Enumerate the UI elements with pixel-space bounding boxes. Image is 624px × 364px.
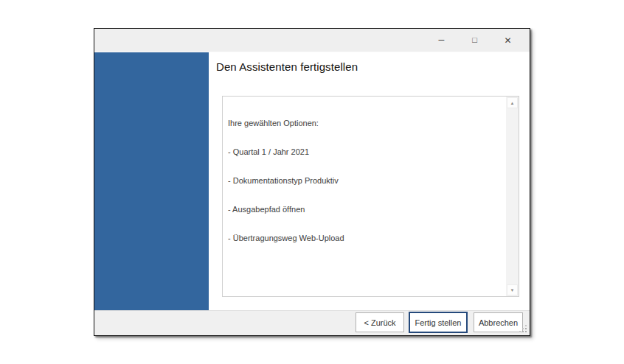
- scroll-down-icon: ▼: [510, 288, 515, 293]
- cancel-button[interactable]: Abbrechen: [474, 312, 523, 332]
- summary-line: - Dokumentationstyp Produktiv: [228, 176, 501, 186]
- scroll-down-button[interactable]: ▼: [507, 284, 518, 295]
- scroll-up-button[interactable]: ▲: [507, 97, 518, 108]
- page-title: Den Assistenten fertigstellen: [216, 60, 358, 73]
- summary-line: - Übertragungsweg Web-Upload: [228, 234, 501, 243]
- summary-textbox[interactable]: Ihre gewählten Optionen: - Quartal 1 / J…: [222, 96, 519, 297]
- desktop-background: – □ ✕ Den Assistenten fertigstellen Ihre…: [0, 0, 624, 364]
- maximize-icon: □: [472, 36, 477, 44]
- back-button[interactable]: < Zurück: [356, 312, 404, 332]
- wizard-banner-panel: [94, 52, 209, 311]
- titlebar[interactable]: – □ ✕: [94, 29, 530, 52]
- wizard-dialog: – □ ✕ Den Assistenten fertigstellen Ihre…: [94, 28, 530, 336]
- minimize-button[interactable]: –: [425, 29, 458, 52]
- scrollbar-track[interactable]: [507, 109, 518, 284]
- resize-grip[interactable]: [519, 324, 527, 333]
- maximize-button[interactable]: □: [458, 29, 491, 52]
- finish-button[interactable]: Fertig stellen: [409, 312, 468, 333]
- summary-line: - Ausgabepfad öffnen: [228, 205, 501, 214]
- scroll-up-icon: ▲: [510, 101, 515, 105]
- summary-line: - Quartal 1 / Jahr 2021: [228, 147, 501, 157]
- summary-text: Ihre gewählten Optionen: - Quartal 1 / J…: [223, 97, 506, 296]
- vertical-scrollbar[interactable]: ▲ ▼: [506, 97, 519, 296]
- summary-line: Ihre gewählten Optionen:: [228, 119, 501, 128]
- minimize-icon: –: [439, 34, 445, 44]
- close-icon: ✕: [504, 36, 511, 45]
- close-button[interactable]: ✕: [491, 29, 524, 52]
